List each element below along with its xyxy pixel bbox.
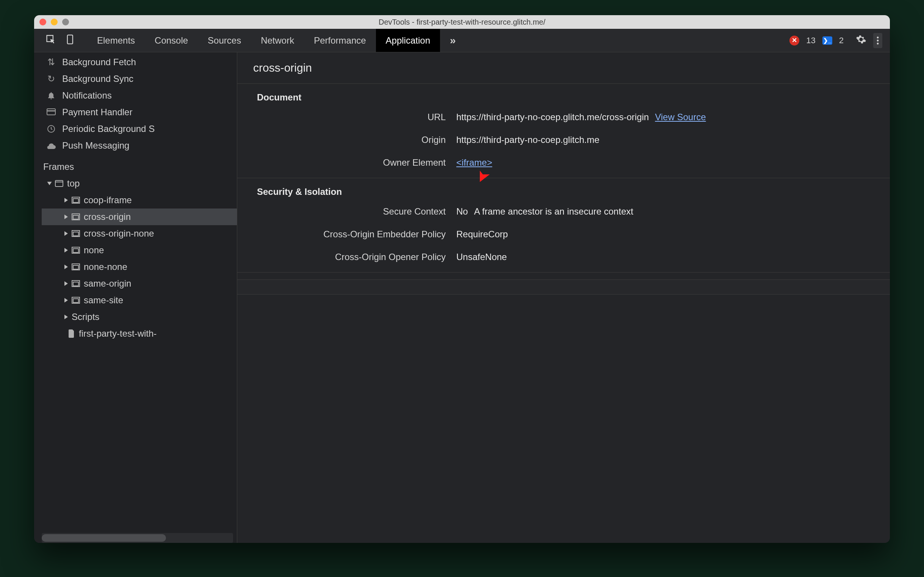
payment-handler-icon: [45, 108, 57, 116]
tab-network[interactable]: Network: [251, 29, 304, 52]
url-label: URL: [237, 112, 446, 122]
tree-label: same-site: [84, 295, 123, 306]
tree-node-same-site[interactable]: same-site: [42, 292, 237, 309]
kebab-menu-icon[interactable]: [873, 33, 882, 48]
tree-label: coop-iframe: [84, 195, 132, 205]
info-count[interactable]: 2: [839, 35, 844, 45]
tree-label: cross-origin: [84, 211, 131, 222]
caret-down-icon: [47, 182, 52, 185]
frame-details-panel: cross-origin Document URL https://third-…: [237, 52, 890, 543]
tree-label: none: [84, 245, 104, 256]
tree-node-script-item[interactable]: first-party-test-with-: [42, 325, 237, 342]
tab-performance[interactable]: Performance: [304, 29, 375, 52]
origin-label: Origin: [237, 135, 446, 145]
notifications-icon: [45, 91, 57, 100]
coep-value: RequireCorp: [456, 229, 508, 240]
tree-label: top: [67, 178, 80, 189]
document-section: Document URL https://third-party-no-coep…: [237, 84, 890, 178]
view-source-link[interactable]: View Source: [655, 112, 706, 122]
sidebar-label: Background Sync: [62, 74, 134, 84]
tree-label: Scripts: [72, 312, 99, 322]
svg-rect-20: [73, 282, 79, 286]
sidebar-item-notifications[interactable]: Notifications: [34, 87, 237, 104]
svg-point-1: [877, 36, 879, 38]
tree-node-scripts[interactable]: Scripts: [42, 309, 237, 325]
inspect-element-icon[interactable]: [45, 34, 56, 47]
secure-context-extra: A frame ancestor is an insecure context: [474, 206, 633, 217]
tree-node-none[interactable]: none: [42, 242, 237, 259]
sidebar-section-frames: Frames: [34, 154, 237, 175]
sidebar-scrollbar[interactable]: [42, 533, 233, 543]
frames-tree: top coop-iframe cross-origin: [34, 175, 237, 342]
devtools-window: DevTools - first-party-test-with-resourc…: [34, 15, 890, 543]
svg-rect-10: [73, 199, 79, 202]
empty-section: [237, 279, 890, 295]
sidebar-item-background-sync[interactable]: ↻ Background Sync: [34, 71, 237, 87]
caret-right-icon: [64, 315, 68, 319]
owner-element-label: Owner Element: [237, 157, 446, 168]
background-fetch-icon: ⇅: [45, 57, 57, 68]
frame-icon: [72, 263, 80, 270]
frame-icon: [72, 297, 80, 304]
info-badge-icon[interactable]: ❯_: [823, 36, 832, 45]
sidebar-item-periodic-bg-sync[interactable]: Periodic Background S: [34, 121, 237, 137]
scrollbar-thumb[interactable]: [42, 534, 166, 542]
device-toggle-icon[interactable]: [65, 34, 76, 47]
svg-rect-14: [73, 232, 79, 236]
tab-application[interactable]: Application: [376, 29, 440, 52]
coop-label: Cross-Origin Opener Policy: [237, 252, 446, 262]
push-messaging-icon: [45, 142, 57, 149]
panel-tabs: Elements Console Sources Network Perform…: [87, 29, 440, 52]
secure-context-value: No: [456, 206, 468, 217]
window-icon: [55, 180, 63, 187]
sidebar-item-background-fetch[interactable]: ⇅ Background Fetch: [34, 54, 237, 71]
error-badge-icon[interactable]: ✕: [789, 35, 799, 45]
svg-point-2: [877, 39, 879, 41]
settings-gear-icon[interactable]: [856, 34, 866, 47]
tree-node-same-origin[interactable]: same-origin: [42, 275, 237, 292]
sidebar-item-payment-handler[interactable]: Payment Handler: [34, 104, 237, 121]
devtools-tabbar: Elements Console Sources Network Perform…: [34, 29, 890, 52]
security-heading: Security & Isolation: [237, 187, 890, 202]
frame-title: cross-origin: [237, 52, 890, 84]
tree-label: none-none: [84, 261, 127, 272]
titlebar: DevTools - first-party-test-with-resourc…: [34, 15, 890, 29]
annotation-arrow-icon: [472, 152, 506, 187]
svg-rect-12: [73, 215, 79, 219]
document-heading: Document: [237, 92, 890, 108]
svg-rect-0: [68, 35, 73, 44]
frame-icon: [72, 230, 80, 237]
tab-console[interactable]: Console: [145, 29, 198, 52]
frame-icon: [72, 247, 80, 254]
tab-sources[interactable]: Sources: [198, 29, 251, 52]
error-count[interactable]: 13: [806, 35, 815, 45]
tree-node-cross-origin[interactable]: cross-origin: [42, 208, 237, 225]
tree-label: same-origin: [84, 278, 131, 289]
tree-node-coop-iframe[interactable]: coop-iframe: [42, 192, 237, 208]
tree-node-cross-origin-none[interactable]: cross-origin-none: [42, 225, 237, 242]
window-title: DevTools - first-party-test-with-resourc…: [34, 18, 890, 27]
caret-right-icon: [64, 281, 68, 286]
caret-right-icon: [64, 231, 68, 236]
sidebar-label: Payment Handler: [62, 107, 132, 118]
sidebar-label: Notifications: [62, 90, 112, 101]
background-sync-icon: ↻: [45, 74, 57, 84]
tab-elements[interactable]: Elements: [87, 29, 145, 52]
coep-label: Cross-Origin Embedder Policy: [237, 229, 446, 240]
caret-right-icon: [64, 298, 68, 303]
url-value: https://third-party-no-coep.glitch.me/cr…: [456, 112, 649, 122]
frame-icon: [72, 213, 80, 220]
tree-node-none-none[interactable]: none-none: [42, 259, 237, 275]
tree-node-top[interactable]: top: [42, 175, 237, 192]
svg-point-3: [877, 42, 879, 44]
more-tabs-icon[interactable]: »: [440, 29, 466, 52]
caret-right-icon: [64, 264, 68, 269]
svg-rect-7: [55, 181, 63, 187]
sidebar-label: Push Messaging: [62, 140, 129, 151]
origin-value: https://third-party-no-coep.glitch.me: [456, 135, 600, 145]
sidebar-item-push-messaging[interactable]: Push Messaging: [34, 137, 237, 154]
svg-rect-18: [73, 265, 79, 269]
periodic-bg-sync-icon: [45, 124, 57, 134]
coop-value: UnsafeNone: [456, 252, 507, 262]
document-icon: [68, 329, 75, 338]
